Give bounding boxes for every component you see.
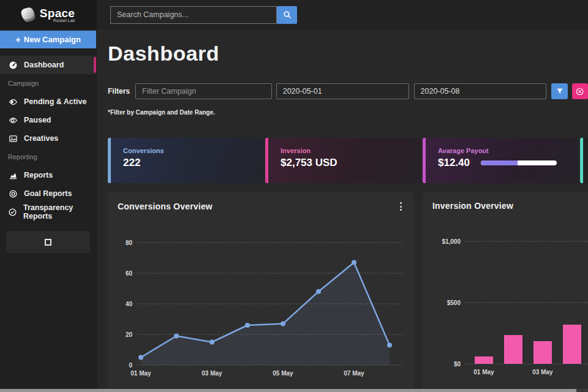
svg-text:60: 60: [126, 270, 133, 277]
main-area: Dashboard Filters *Filter by Campaign: [97, 0, 588, 392]
conversions-line-chart: 02040608001 May03 May05 May07 May: [108, 214, 414, 384]
search-group: [110, 6, 297, 24]
stat-card-inversion: Inversion $2,753 USD: [265, 138, 421, 183]
payout-progress-bar: [481, 160, 557, 165]
stat-label: Conversions: [123, 147, 264, 154]
line-chart-canvas: 02040608001 May03 May05 May07 May: [118, 219, 404, 382]
svg-text:40: 40: [126, 301, 133, 307]
sidebar-item-label: Dashboard: [24, 61, 64, 69]
svg-text:01 May: 01 May: [130, 370, 151, 377]
content: Dashboard Filters *Filter by Campaign: [97, 29, 588, 392]
inversion-bar-chart: $0$500$1,00001 May03 May: [423, 213, 588, 383]
nav-section-campaign: Campaign: [0, 78, 96, 89]
stat-label: Avarage Payout: [438, 147, 579, 154]
page-title: Dashboard: [108, 42, 588, 66]
active-indicator: [94, 57, 96, 73]
collapse-sidebar-button[interactable]: [6, 231, 90, 253]
filters-row: Filters: [108, 83, 588, 99]
svg-text:07 May: 07 May: [344, 370, 364, 377]
plus-icon: +: [15, 36, 21, 43]
clear-filter-button[interactable]: [572, 83, 588, 99]
svg-text:01 May: 01 May: [473, 369, 494, 375]
stat-card-conversions: Conversions 222: [108, 138, 264, 183]
svg-text:$0: $0: [454, 361, 461, 368]
new-campaign-label: New Campaign: [24, 35, 81, 44]
stat-card-average-payout: Avarage Payout $12.40: [423, 138, 579, 183]
bullseye-icon: [8, 189, 18, 198]
sidebar-item-goal-reports[interactable]: Goal Reports: [0, 184, 96, 203]
svg-text:05 May: 05 May: [273, 370, 293, 377]
brand-tagline: Rocket Lab: [53, 18, 75, 23]
filters-label: Filters: [108, 87, 130, 96]
bar-chart-canvas: $0$500$1,00001 May03 May: [432, 217, 588, 380]
sidebar-item-label: Transparency Reports: [23, 203, 96, 221]
sidebar-item-creatives[interactable]: Creatives: [0, 129, 96, 148]
sidebar-nav: Dashboard Campaign Pending & Active Paus…: [0, 56, 96, 221]
funnel-icon: [556, 87, 564, 96]
sidebar-item-pending-active[interactable]: Pending & Active: [0, 92, 96, 111]
brand-name: Space: [40, 7, 75, 19]
brand-logo[interactable]: Space Rocket Lab: [0, 0, 96, 29]
sidebar-item-transparency-reports[interactable]: Transparency Reports: [0, 203, 96, 221]
image-icon: [8, 134, 18, 143]
conversions-overview-card: Conversions Overview 02040608001 May03 M…: [108, 192, 414, 392]
sidebar: Space Rocket Lab + New Campaign Dashboar…: [0, 0, 97, 392]
sidebar-item-dashboard[interactable]: Dashboard: [0, 56, 96, 74]
search-icon: [282, 10, 292, 20]
stat-value: $12.40: [438, 157, 470, 169]
inversion-overview-card: Inversion Overview $0$500$1,00001 May03 …: [423, 192, 588, 392]
dashboard-app: Space Rocket Lab + New Campaign Dashboar…: [0, 0, 588, 392]
stat-value: 222: [123, 157, 264, 169]
tachometer-icon: [8, 60, 18, 70]
check-circle-icon: [8, 207, 17, 217]
sidebar-item-label: Reports: [24, 171, 53, 179]
cube-logo-icon: [21, 8, 35, 21]
circle-x-icon: [575, 87, 584, 96]
charts-row: Conversions Overview 02040608001 May03 M…: [108, 192, 588, 392]
svg-text:03 May: 03 May: [202, 370, 222, 377]
stat-value: $2,753 USD: [281, 157, 421, 169]
kebab-menu-icon[interactable]: [398, 201, 404, 212]
svg-text:03 May: 03 May: [532, 369, 553, 375]
apply-filter-button[interactable]: [551, 83, 567, 99]
filter-campaign-input[interactable]: [135, 83, 272, 99]
square-icon: [45, 239, 51, 246]
svg-text:0: 0: [129, 362, 132, 369]
date-to-input[interactable]: [414, 83, 547, 99]
svg-text:20: 20: [126, 331, 133, 338]
toggle-eye-off-icon: [8, 115, 18, 125]
toggle-eye-on-icon: [8, 97, 18, 107]
scrollbar-thumb[interactable]: [97, 389, 576, 392]
chart-title: Inversion Overview: [432, 201, 513, 211]
stat-card-partial: [580, 138, 588, 183]
chart-title: Conversions Overview: [118, 202, 213, 211]
svg-text:$500: $500: [447, 300, 461, 306]
sidebar-item-label: Goal Reports: [24, 189, 72, 198]
horizontal-scrollbar[interactable]: [97, 389, 588, 392]
search-input[interactable]: [110, 6, 277, 24]
stat-cards-row: Conversions 222 Inversion $2,753 USD Ava…: [108, 138, 588, 183]
sidebar-item-label: Paused: [24, 116, 51, 124]
area-chart-icon: [8, 170, 18, 180]
sidebar-item-reports[interactable]: Reports: [0, 166, 96, 184]
date-from-input[interactable]: [276, 83, 409, 99]
stat-label: Inversion: [281, 147, 421, 154]
topbar: [97, 0, 588, 29]
filters-note: *Filter by Campaign and Date Range.: [108, 109, 588, 116]
payout-progress-fill: [481, 160, 518, 165]
nav-section-reporting: Reporting: [0, 151, 96, 162]
sidebar-item-paused[interactable]: Paused: [0, 111, 96, 129]
svg-text:80: 80: [126, 239, 133, 246]
new-campaign-button[interactable]: + New Campaign: [0, 31, 96, 48]
sidebar-item-label: Creatives: [24, 134, 58, 143]
sidebar-item-label: Pending & Active: [24, 97, 86, 106]
svg-text:$1,000: $1,000: [442, 238, 461, 245]
search-button[interactable]: [277, 6, 297, 24]
